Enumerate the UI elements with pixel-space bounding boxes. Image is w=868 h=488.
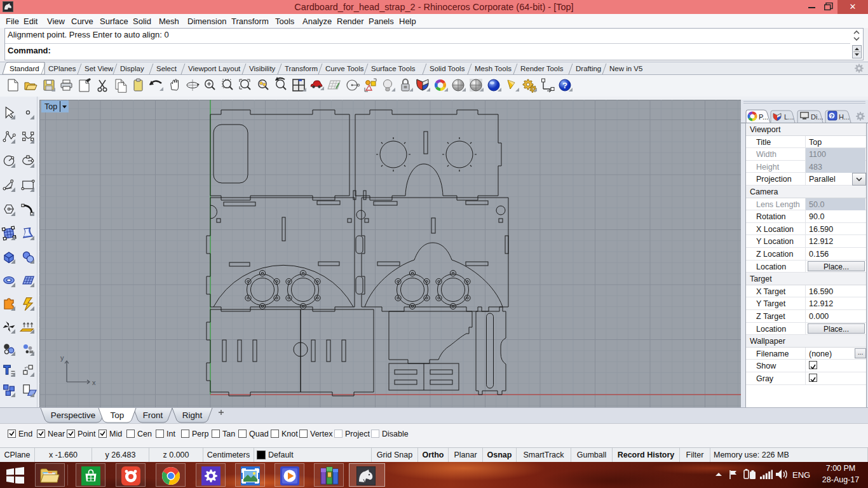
svg-text:Viewport Layout: Viewport Layout bbox=[188, 65, 241, 72]
svg-text:Visibility: Visibility bbox=[249, 65, 276, 72]
svg-text:Top: Top bbox=[111, 410, 125, 420]
svg-text:L...: L... bbox=[784, 113, 794, 121]
svg-text:?: ? bbox=[830, 113, 834, 119]
svg-text:Transform: Transform bbox=[285, 65, 318, 72]
svg-text:Perspective: Perspective bbox=[51, 410, 96, 420]
svg-text:Render Tools: Render Tools bbox=[520, 65, 564, 72]
svg-text:Curve Tools: Curve Tools bbox=[325, 65, 364, 72]
svg-text:Right: Right bbox=[182, 410, 203, 420]
svg-text:Drafting: Drafting bbox=[576, 65, 601, 72]
svg-text:Select: Select bbox=[156, 65, 177, 72]
svg-text:Display: Display bbox=[120, 65, 144, 72]
svg-text:Standard: Standard bbox=[10, 65, 39, 72]
svg-text:Mesh Tools: Mesh Tools bbox=[475, 65, 512, 72]
svg-text:Top: Top bbox=[44, 102, 57, 111]
svg-text:Di...: Di... bbox=[811, 113, 824, 121]
svg-text:x: x bbox=[92, 379, 96, 386]
svg-text:Surface Tools: Surface Tools bbox=[371, 65, 416, 72]
svg-text:P...: P... bbox=[759, 113, 768, 121]
svg-text:?: ? bbox=[562, 81, 567, 90]
svg-text:Solid Tools: Solid Tools bbox=[430, 65, 465, 72]
svg-text:y: y bbox=[60, 354, 64, 362]
svg-text:CPlanes: CPlanes bbox=[48, 65, 76, 72]
svg-text:Front: Front bbox=[143, 410, 163, 420]
svg-text:Set View: Set View bbox=[85, 65, 114, 72]
svg-text:New in V5: New in V5 bbox=[609, 65, 642, 72]
svg-text:H...: H... bbox=[839, 113, 850, 121]
